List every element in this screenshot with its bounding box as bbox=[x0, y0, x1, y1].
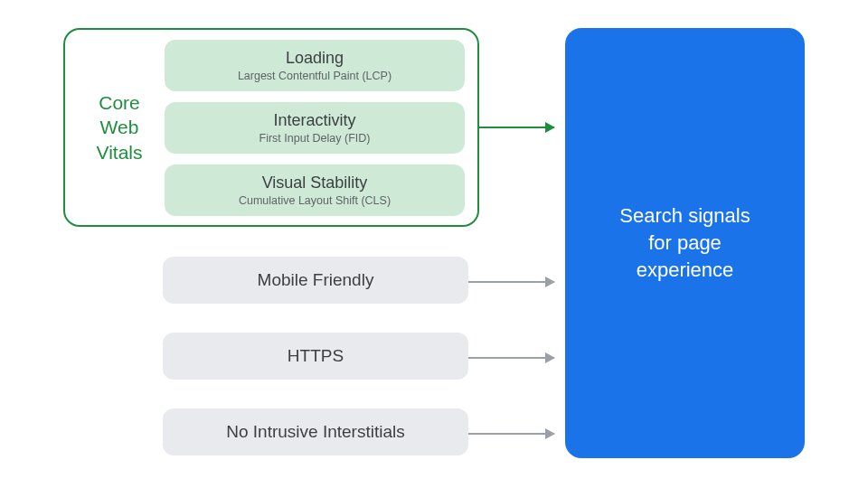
cwv-item-sub: Cumulative Layout Shift (CLS) bbox=[177, 194, 452, 207]
target-text: Search signals for page experience bbox=[619, 202, 750, 283]
core-web-vitals-list: Loading Largest Contentful Paint (LCP) I… bbox=[165, 40, 465, 216]
arrow-interstitials-to-target bbox=[468, 433, 554, 435]
cwv-label-line: Web bbox=[100, 117, 139, 137]
signal-https: HTTPS bbox=[163, 333, 468, 380]
arrow-cwv-to-target bbox=[479, 127, 554, 128]
cwv-item-interactivity: Interactivity First Input Delay (FID) bbox=[165, 102, 465, 154]
search-signals-target: Search signals for page experience bbox=[565, 28, 805, 458]
arrow-mobile-to-target bbox=[468, 281, 554, 283]
cwv-item-title: Interactivity bbox=[177, 111, 452, 130]
core-web-vitals-group: Core Web Vitals Loading Largest Contentf… bbox=[63, 28, 479, 227]
signal-label: HTTPS bbox=[288, 346, 344, 365]
target-line: for page bbox=[648, 231, 722, 254]
cwv-item-sub: Largest Contentful Paint (LCP) bbox=[177, 70, 452, 82]
cwv-item-visual-stability: Visual Stability Cumulative Layout Shift… bbox=[165, 164, 465, 216]
target-line: Search signals bbox=[619, 204, 750, 227]
cwv-item-loading: Loading Largest Contentful Paint (LCP) bbox=[165, 40, 465, 91]
cwv-item-sub: First Input Delay (FID) bbox=[177, 132, 452, 145]
diagram-canvas: Core Web Vitals Loading Largest Contentf… bbox=[0, 0, 868, 488]
cwv-item-title: Visual Stability bbox=[177, 174, 452, 192]
signal-label: No Intrusive Interstitials bbox=[226, 422, 404, 441]
target-line: experience bbox=[637, 258, 734, 281]
cwv-item-title: Loading bbox=[177, 49, 452, 68]
cwv-label-line: Vitals bbox=[97, 142, 143, 163]
signal-label: Mobile Friendly bbox=[258, 270, 374, 289]
signal-no-intrusive-interstitials: No Intrusive Interstitials bbox=[163, 408, 468, 455]
signal-mobile-friendly: Mobile Friendly bbox=[163, 257, 468, 304]
arrow-https-to-target bbox=[468, 357, 554, 359]
core-web-vitals-label: Core Web Vitals bbox=[74, 90, 165, 164]
cwv-label-line: Core bbox=[99, 92, 140, 113]
